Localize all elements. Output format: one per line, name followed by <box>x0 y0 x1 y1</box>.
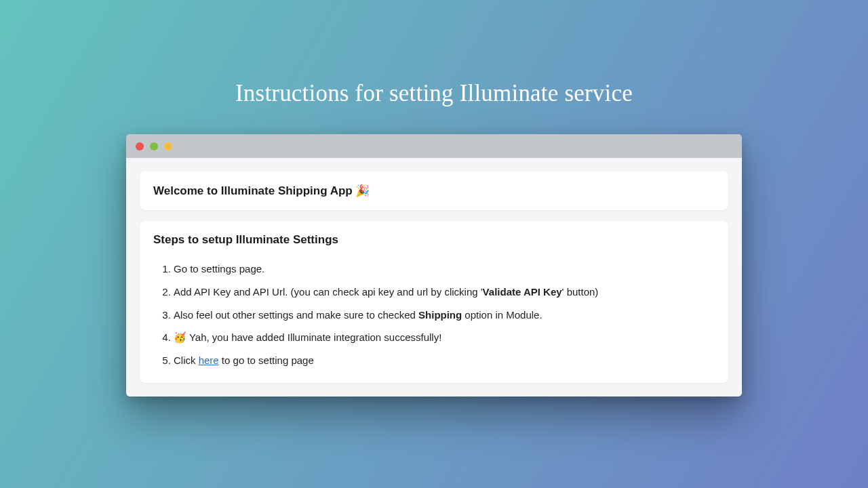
window-close-icon[interactable] <box>136 142 144 150</box>
settings-link[interactable]: here <box>199 354 219 366</box>
browser-window: Welcome to Illuminate Shipping App 🎉 Ste… <box>126 134 742 396</box>
step-item-4: 🥳 Yah, you have added Illuminate integra… <box>174 330 715 345</box>
step-text: Go to settings page. <box>174 263 264 274</box>
step-text-post: ' button) <box>562 286 599 298</box>
title-bar <box>126 134 742 158</box>
step-text-pre: Click <box>174 354 199 366</box>
step-text-bold: Validate API Key <box>483 286 562 298</box>
browser-content: Welcome to Illuminate Shipping App 🎉 Ste… <box>126 158 742 396</box>
steps-card: Steps to setup Illuminate Settings Go to… <box>140 221 728 383</box>
steps-heading: Steps to setup Illuminate Settings <box>153 233 715 247</box>
step-text-bold: Shipping <box>418 309 462 321</box>
window-minimize-icon[interactable] <box>150 142 158 150</box>
step-text-pre: Add API Key and API Url. (you can check … <box>174 286 483 298</box>
step-item-5: Click here to go to setting page <box>174 353 715 368</box>
step-item-1: Go to settings page. <box>174 262 715 277</box>
step-text-post: option in Module. <box>462 309 542 321</box>
step-item-3: Also feel out other settings and make su… <box>174 308 715 323</box>
window-zoom-icon[interactable] <box>164 142 172 150</box>
welcome-card: Welcome to Illuminate Shipping App 🎉 <box>140 171 728 210</box>
step-text-post: to go to setting page <box>219 354 314 366</box>
step-item-2: Add API Key and API Url. (you can check … <box>174 285 715 300</box>
step-text-pre: Also feel out other settings and make su… <box>174 309 418 321</box>
step-text: 🥳 Yah, you have added Illuminate integra… <box>174 331 441 343</box>
page-title: Instructions for setting Illuminate serv… <box>0 80 868 107</box>
welcome-heading: Welcome to Illuminate Shipping App 🎉 <box>153 184 715 198</box>
steps-list: Go to settings page. Add API Key and API… <box>153 262 715 368</box>
